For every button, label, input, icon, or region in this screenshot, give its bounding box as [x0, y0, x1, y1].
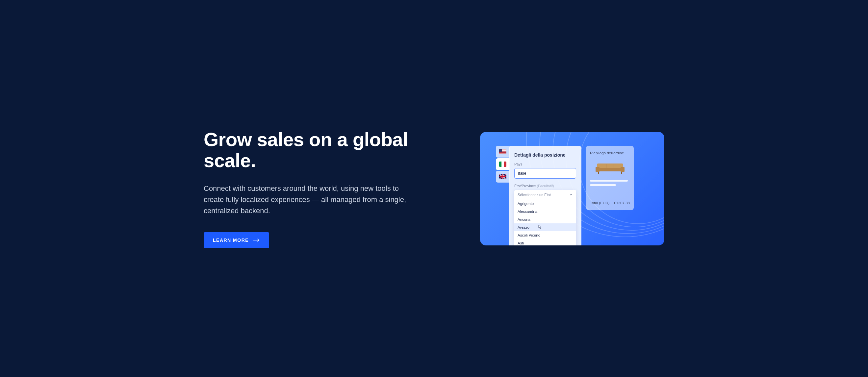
illustration-panel: Dettagli della posizione Pays État/Provi…	[480, 132, 664, 245]
cursor-icon	[538, 225, 542, 229]
product-image	[590, 160, 630, 176]
flag-us-icon	[499, 149, 506, 154]
flag-tab-it[interactable]	[496, 158, 510, 170]
svg-rect-7	[499, 149, 502, 152]
dropdown-placeholder: Sélectionnez un État	[518, 193, 551, 197]
svg-rect-8	[499, 161, 501, 167]
dropdown-header[interactable]: Sélectionnez un État	[514, 190, 576, 200]
sofa-icon	[594, 161, 626, 175]
flag-uk-icon	[499, 174, 506, 179]
placeholder-line	[590, 184, 616, 186]
language-tabs	[496, 146, 510, 245]
placeholder-line	[590, 180, 628, 182]
svg-rect-4	[499, 152, 506, 152]
dropdown-option[interactable]: Alessandria	[514, 208, 576, 216]
order-summary-panel: Riepilogo dell'ordine	[586, 146, 634, 210]
state-label: État/Province (Facultatif)	[514, 184, 576, 188]
svg-rect-15	[599, 168, 621, 171]
hero-subtext: Connect with customers around the world,…	[204, 183, 414, 216]
country-input[interactable]	[514, 168, 576, 179]
dropdown-option[interactable]: Asti	[514, 239, 576, 245]
svg-rect-10	[504, 161, 506, 167]
flag-tab-us[interactable]	[496, 146, 510, 158]
state-dropdown[interactable]: Sélectionnez un État Agrigento Alessandr…	[514, 190, 576, 245]
panel-title: Dettagli della posizione	[514, 152, 576, 158]
flag-it-icon	[499, 161, 506, 167]
svg-rect-5	[499, 153, 506, 153]
dropdown-option[interactable]: Ascoli Piceno	[514, 231, 576, 239]
hero-headline: Grow sales on a global scale.	[204, 129, 454, 171]
arrow-right-icon	[253, 238, 260, 242]
total-label: Total (EUR)	[590, 201, 609, 205]
location-details-panel: Dettagli della posizione Pays État/Provi…	[509, 146, 581, 245]
svg-rect-18	[598, 172, 599, 174]
country-label: Pays	[514, 162, 576, 166]
flag-tab-uk[interactable]	[496, 171, 510, 183]
svg-rect-19	[621, 172, 622, 174]
svg-rect-6	[499, 153, 506, 154]
dropdown-option[interactable]: Arezzo	[514, 223, 576, 231]
svg-rect-9	[501, 161, 504, 167]
learn-more-button[interactable]: LEARN MORE	[204, 232, 269, 248]
summary-title: Riepilogo dell'ordine	[590, 151, 630, 155]
dropdown-option[interactable]: Ancona	[514, 216, 576, 223]
dropdown-option[interactable]: Agrigento	[514, 200, 576, 208]
cta-label: LEARN MORE	[213, 238, 249, 243]
chevron-up-icon	[569, 193, 573, 196]
total-value: €1207.38	[614, 201, 630, 205]
